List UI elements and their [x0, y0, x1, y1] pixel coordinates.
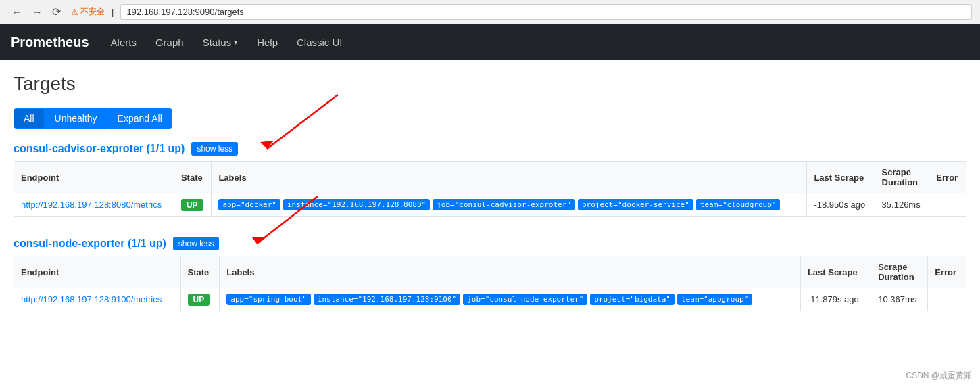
cell-endpoint: http://192.168.197.128:9100/metrics: [14, 288, 181, 311]
state-badge-up: UP: [188, 294, 210, 306]
forward-button[interactable]: →: [28, 5, 46, 20]
filter-all-button[interactable]: All: [14, 108, 45, 129]
table-header-row: Endpoint State Labels Last Scrape Scrape…: [14, 162, 966, 194]
state-badge-up: UP: [181, 199, 203, 211]
section-title-node-exporter[interactable]: consul-node-exporter (1/1 up): [14, 237, 166, 250]
label-badge: instance="192.168.197.128:9100": [314, 294, 460, 305]
labels-container: app="docker" instance="192.168.197.128:8…: [218, 199, 800, 210]
section-cadvisor: consul-cadvisor-exproter (1/1 up) show l…: [14, 142, 966, 217]
navbar-brand[interactable]: Prometheus: [11, 35, 89, 50]
col-endpoint: Endpoint: [14, 256, 181, 288]
nav-classic-ui[interactable]: Classic UI: [289, 31, 351, 53]
col-scrape-duration: Scrape Duration: [875, 162, 929, 194]
label-badge: job="consul-node-exporter": [463, 294, 587, 305]
separator: |: [112, 7, 114, 17]
show-less-button-cadvisor[interactable]: show less: [191, 142, 238, 156]
col-state: State: [180, 256, 220, 288]
label-badge: team="cloudgroup": [696, 199, 781, 210]
nav-graph[interactable]: Graph: [147, 31, 192, 53]
cell-last-scrape: -18.950s ago: [807, 194, 875, 217]
navbar-nav: Alerts Graph Status Help Classic UI: [103, 31, 351, 53]
label-badge: job="consul-cadvisor-exproter": [433, 199, 575, 210]
filter-unhealthy-button[interactable]: Unhealthy: [45, 108, 107, 129]
label-badge: team="appgroup": [677, 294, 752, 305]
cell-error: [929, 194, 966, 217]
section-header-cadvisor: consul-cadvisor-exproter (1/1 up) show l…: [14, 142, 966, 156]
table-node-exporter: Endpoint State Labels Last Scrape Scrape…: [14, 256, 966, 311]
filter-expand-all-button[interactable]: Expand All: [107, 108, 172, 129]
page-title: Targets: [14, 73, 966, 95]
label-badge: project="docker-service": [578, 199, 693, 210]
back-button[interactable]: ←: [8, 5, 26, 20]
cell-state: UP: [174, 194, 211, 217]
cell-last-scrape: -11.879s ago: [800, 288, 871, 311]
section-title-cadvisor[interactable]: consul-cadvisor-exproter (1/1 up): [14, 143, 185, 155]
col-error: Error: [929, 162, 966, 194]
cell-labels: app="spring-boot" instance="192.168.197.…: [220, 288, 801, 311]
endpoint-link-node-exporter[interactable]: http://192.168.197.128:9100/metrics: [21, 294, 162, 304]
cell-endpoint: http://192.168.197.128:8080/metrics: [14, 194, 174, 217]
arrow-annotation-1: [149, 88, 351, 169]
labels-container: app="spring-boot" instance="192.168.197.…: [226, 294, 793, 305]
col-labels: Labels: [220, 256, 801, 288]
section-header-node-exporter: consul-node-exporter (1/1 up) show less: [14, 237, 966, 250]
show-less-button-node-exporter[interactable]: show less: [173, 237, 220, 250]
cell-scrape-duration: 35.126ms: [875, 194, 929, 217]
address-bar[interactable]: [120, 4, 972, 20]
col-state: State: [174, 162, 211, 194]
label-badge: instance="192.168.197.128:8080": [283, 199, 430, 210]
label-badge: app="spring-boot": [226, 294, 311, 305]
nav-status-dropdown[interactable]: Status: [195, 31, 247, 53]
warning-icon: ⚠: [71, 7, 78, 17]
table-row: http://192.168.197.128:9100/metrics UP a…: [14, 288, 966, 311]
filter-buttons: All Unhealthy Expand All: [14, 108, 966, 129]
main-content: Targets All Unhealthy Expand All consul-…: [0, 60, 980, 345]
nav-help[interactable]: Help: [249, 31, 286, 53]
col-error: Error: [928, 256, 966, 288]
nav-alerts[interactable]: Alerts: [103, 31, 145, 53]
table-header-row: Endpoint State Labels Last Scrape Scrape…: [14, 256, 966, 288]
table-row: http://192.168.197.128:8080/metrics UP a…: [14, 194, 966, 217]
endpoint-link-cadvisor[interactable]: http://192.168.197.128:8080/metrics: [21, 200, 162, 210]
cell-error: [928, 288, 966, 311]
col-last-scrape: Last Scrape: [800, 256, 871, 288]
col-endpoint: Endpoint: [14, 162, 174, 194]
section-node-exporter: consul-node-exporter (1/1 up) show less …: [14, 237, 966, 311]
cell-state: UP: [180, 288, 220, 311]
security-warning: ⚠ 不安全: [71, 6, 105, 18]
browser-navigation: ← → ⟳: [8, 4, 64, 20]
col-last-scrape: Last Scrape: [807, 162, 875, 194]
label-badge: project="bigdata": [590, 294, 675, 305]
reload-button[interactable]: ⟳: [49, 4, 64, 20]
navbar: Prometheus Alerts Graph Status Help Clas…: [0, 24, 980, 60]
cell-scrape-duration: 10.367ms: [871, 288, 928, 311]
cell-labels: app="docker" instance="192.168.197.128:8…: [212, 194, 807, 217]
table-cadvisor: Endpoint State Labels Last Scrape Scrape…: [14, 161, 966, 217]
col-scrape-duration: Scrape Duration: [871, 256, 928, 288]
browser-bar: ← → ⟳ ⚠ 不安全 |: [0, 0, 980, 24]
label-badge: app="docker": [218, 199, 280, 210]
col-labels: Labels: [212, 162, 807, 194]
